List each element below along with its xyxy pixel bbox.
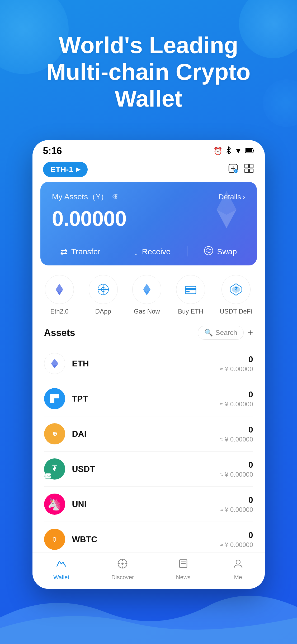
usdt-logo: ₮ ERC20 <box>44 458 65 480</box>
network-badge[interactable]: ETH-1 ▶ <box>43 162 88 177</box>
transfer-action[interactable]: ⇄ Transfer <box>60 246 101 257</box>
eye-icon[interactable]: 👁 <box>112 192 120 201</box>
search-placeholder: Search <box>215 329 237 337</box>
add-wallet-icon[interactable]: + <box>228 163 238 176</box>
wallet-nav-icon <box>56 558 67 572</box>
uni-logo: 🦄 <box>44 494 65 515</box>
svg-text:₿: ₿ <box>53 536 56 542</box>
hero-section: World's Leading Multi-chain Crypto Walle… <box>0 32 297 112</box>
nav-news[interactable]: News <box>176 558 191 581</box>
tpt-logo <box>44 388 65 409</box>
status-time: 5:16 <box>43 145 62 157</box>
quick-link-eth2[interactable]: Eth2.0 <box>45 275 74 315</box>
wbtc-name: WBTC <box>72 535 220 544</box>
asset-row-tpt[interactable]: TPT 0 ≈ ¥ 0.00000 <box>44 381 253 416</box>
search-icon: 🔍 <box>204 329 213 337</box>
assets-controls: 🔍 Search + <box>198 326 253 340</box>
nav-discover[interactable]: Discover <box>111 558 134 581</box>
assets-section-title: Assets <box>44 327 75 338</box>
svg-rect-11 <box>245 169 248 173</box>
usdtdefi-icon: ₮ <box>221 275 251 304</box>
me-nav-icon <box>233 558 244 572</box>
usdt-values: 0 ≈ ¥ 0.00000 <box>220 460 253 478</box>
status-icons: ⏰ ▼ <box>213 146 254 156</box>
asset-row-wbtc[interactable]: ₿ WBTC 0 ≈ ¥ 0.00000 <box>44 522 253 553</box>
svg-text:₮: ₮ <box>235 287 238 291</box>
dai-name: DAI <box>72 429 220 439</box>
tpt-name: TPT <box>72 394 220 404</box>
discover-nav-icon <box>117 558 128 572</box>
add-asset-button[interactable]: + <box>247 327 253 338</box>
assets-card: My Assets（¥） 👁 Details › 0.00000 ⇄ Trans… <box>40 182 257 265</box>
svg-rect-1 <box>253 150 254 151</box>
divider-1 <box>117 246 117 256</box>
eth-name: ETH <box>72 359 220 369</box>
svg-rect-26 <box>186 291 190 292</box>
network-name: ETH-1 <box>50 165 73 174</box>
dapp-icon <box>89 275 118 304</box>
svg-text:₮: ₮ <box>52 464 57 473</box>
assets-search[interactable]: 🔍 Search <box>198 326 244 340</box>
eth-balance: 0 <box>220 355 253 364</box>
details-arrow-icon: › <box>243 193 245 201</box>
tpt-balance: 0 <box>220 390 253 399</box>
battery-icon <box>245 147 254 155</box>
wbtc-values: 0 ≈ ¥ 0.00000 <box>220 530 253 549</box>
transfer-label: Transfer <box>71 247 101 256</box>
dai-balance: 0 <box>220 425 253 435</box>
alarm-icon: ⏰ <box>213 147 223 155</box>
asset-row-dai[interactable]: ⊕ DAI 0 ≈ ¥ 0.00000 <box>44 416 253 452</box>
asset-row-uni[interactable]: 🦄 UNI 0 ≈ ¥ 0.00000 <box>44 487 253 522</box>
swap-action[interactable]: Swap <box>204 246 237 257</box>
nav-wallet[interactable]: Wallet <box>53 558 69 581</box>
usdt-fiat: ≈ ¥ 0.00000 <box>220 471 253 478</box>
scan-icon[interactable] <box>244 163 254 176</box>
usdtdefi-label: USDT DeFi <box>220 308 252 315</box>
phone-container: 5:16 ⏰ ▼ ETH-1 ▶ + <box>32 140 265 589</box>
nav-action-icons: + <box>228 163 254 176</box>
hero-line1: World's Leading <box>16 32 281 58</box>
receive-label: Receive <box>142 247 171 256</box>
me-nav-label: Me <box>234 574 242 581</box>
eth-logo <box>44 353 65 374</box>
eth-values: 0 ≈ ¥ 0.00000 <box>220 355 253 373</box>
dapp-label: DApp <box>95 308 111 315</box>
usdt-balance: 0 <box>220 460 253 470</box>
quick-link-buyeth[interactable]: Buy ETH <box>176 275 205 315</box>
quick-link-dapp[interactable]: DApp <box>89 275 118 315</box>
svg-text:ERC20: ERC20 <box>44 475 53 477</box>
divider-2 <box>187 246 187 256</box>
uni-name: UNI <box>72 499 220 509</box>
bottom-nav: Wallet Discover <box>32 553 265 589</box>
status-bar: 5:16 ⏰ ▼ <box>32 140 265 159</box>
news-nav-icon <box>178 558 189 572</box>
network-arrow-icon: ▶ <box>76 166 80 173</box>
svg-point-15 <box>204 246 213 255</box>
wbtc-logo: ₿ <box>44 529 65 550</box>
tpt-values: 0 ≈ ¥ 0.00000 <box>220 390 253 408</box>
svg-rect-12 <box>249 169 253 173</box>
transfer-icon: ⇄ <box>60 246 68 257</box>
uni-fiat: ≈ ¥ 0.00000 <box>220 506 253 513</box>
svg-rect-2 <box>246 149 252 152</box>
receive-action[interactable]: ↓ Receive <box>134 246 171 257</box>
asset-row-eth[interactable]: ETH 0 ≈ ¥ 0.00000 <box>44 346 253 381</box>
svg-rect-9 <box>245 164 248 168</box>
asset-row-usdt[interactable]: ₮ ERC20 USDT 0 ≈ ¥ 0.00000 <box>44 452 253 487</box>
buyeth-icon <box>176 275 205 304</box>
svg-rect-25 <box>185 288 196 290</box>
nav-me[interactable]: Me <box>233 558 244 581</box>
details-link[interactable]: Details › <box>219 193 245 201</box>
quick-link-usdtdefi[interactable]: ₮ USDT DeFi <box>220 275 252 315</box>
hero-line2: Multi-chain Crypto Wallet <box>16 58 281 112</box>
card-actions: ⇄ Transfer ↓ Receive Swap <box>52 239 245 257</box>
uni-values: 0 ≈ ¥ 0.00000 <box>220 495 253 513</box>
nav-bar: ETH-1 ▶ + <box>32 159 265 182</box>
dai-logo: ⊕ <box>44 423 65 444</box>
swap-label: Swap <box>217 247 237 256</box>
svg-rect-10 <box>249 164 253 168</box>
quick-link-gasnow[interactable]: Gas Now <box>132 275 161 315</box>
dai-fiat: ≈ ¥ 0.00000 <box>220 436 253 443</box>
eth-fiat: ≈ ¥ 0.00000 <box>220 365 253 373</box>
tpt-fiat: ≈ ¥ 0.00000 <box>220 401 253 408</box>
